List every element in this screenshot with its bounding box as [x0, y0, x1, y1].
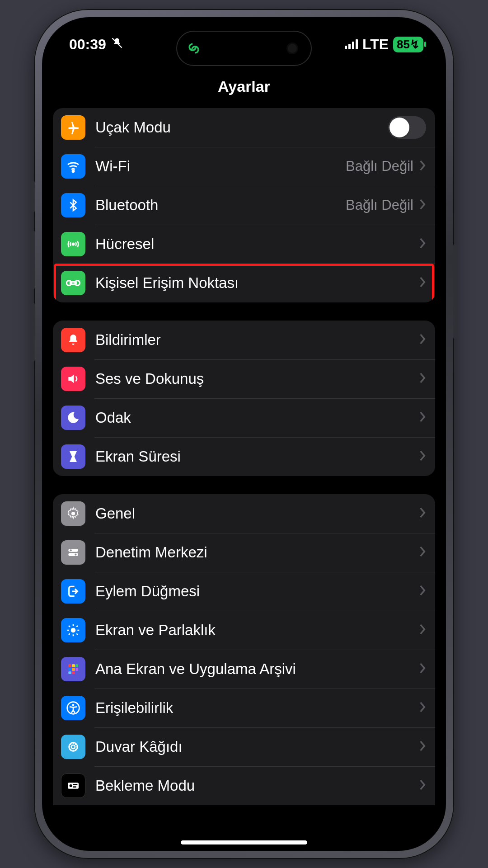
- row-bluetooth[interactable]: Bluetooth Bağlı Değil: [53, 186, 435, 225]
- row-wallpaper[interactable]: Duvar Kâğıdı: [53, 727, 435, 766]
- status-time: 00:39: [69, 36, 106, 53]
- chevron-right-icon: [419, 237, 426, 251]
- chevron-right-icon: [419, 276, 426, 290]
- row-label: Bekleme Modu: [95, 777, 413, 794]
- svg-rect-10: [72, 664, 75, 667]
- svg-point-7: [75, 554, 76, 556]
- airplane-icon: [61, 115, 85, 140]
- row-label: Bluetooth: [95, 197, 341, 214]
- page-title: Ayarlar: [42, 71, 446, 105]
- chevron-right-icon: [419, 779, 426, 793]
- svg-rect-4: [68, 549, 78, 552]
- row-label: Ekran ve Parlaklık: [95, 622, 413, 639]
- row-focus[interactable]: Odak: [53, 398, 435, 437]
- row-accessibility[interactable]: Erişilebilirlik: [53, 689, 435, 727]
- row-sounds[interactable]: Ses ve Dokunuş: [53, 359, 435, 398]
- svg-rect-11: [75, 664, 78, 667]
- action-button-icon: [61, 579, 85, 604]
- hotspot-icon: [61, 271, 85, 295]
- side-button: [31, 303, 35, 362]
- wallpaper-icon: [61, 735, 85, 759]
- svg-point-22: [70, 784, 72, 787]
- svg-rect-16: [72, 671, 75, 674]
- chevron-right-icon: [419, 160, 426, 173]
- row-display-brightness[interactable]: Ekran ve Parlaklık: [53, 611, 435, 650]
- chevron-right-icon: [419, 333, 426, 347]
- settings-group-notifications: Bildirimler Ses ve Dokunuş Odak: [53, 321, 435, 476]
- chevron-right-icon: [419, 411, 426, 425]
- svg-point-18: [72, 704, 75, 706]
- chevron-right-icon: [419, 372, 426, 386]
- svg-point-3: [71, 512, 75, 515]
- chevron-right-icon: [419, 623, 426, 637]
- svg-rect-13: [72, 668, 75, 671]
- row-label: Genel: [95, 505, 413, 522]
- screen-time-icon: [61, 444, 85, 469]
- cellular-icon: [61, 232, 85, 256]
- screen: 00:39 LTE 85↯ Ayarlar: [42, 17, 446, 851]
- battery-indicator: 85↯: [393, 37, 423, 52]
- svg-rect-15: [68, 671, 71, 674]
- row-detail: Bağlı Değil: [346, 197, 413, 213]
- row-label: Hücresel: [95, 236, 413, 253]
- svg-point-1: [72, 243, 74, 245]
- row-general[interactable]: Genel: [53, 494, 435, 533]
- svg-rect-5: [68, 553, 78, 556]
- chevron-right-icon: [419, 198, 426, 212]
- svg-rect-12: [68, 668, 71, 671]
- chevron-right-icon: [419, 450, 426, 463]
- camera-dot: [286, 42, 298, 54]
- gear-icon: [61, 501, 85, 526]
- notifications-icon: [61, 328, 85, 352]
- row-label: Wi-Fi: [95, 158, 341, 175]
- airplane-toggle[interactable]: [388, 116, 426, 139]
- chevron-right-icon: [419, 585, 426, 598]
- row-label: Duvar Kâğıdı: [95, 738, 413, 755]
- row-personal-hotspot[interactable]: Kişisel Erişim Noktası: [53, 264, 435, 302]
- svg-point-0: [72, 170, 74, 172]
- row-control-center[interactable]: Denetim Merkezi: [53, 533, 435, 572]
- chevron-right-icon: [419, 740, 426, 754]
- activity-icon: [186, 41, 202, 56]
- dynamic-island[interactable]: [176, 31, 312, 66]
- svg-point-20: [71, 745, 75, 749]
- row-detail: Bağlı Değil: [346, 158, 413, 175]
- control-center-icon: [61, 540, 85, 565]
- side-button: [453, 244, 457, 339]
- row-screen-time[interactable]: Ekran Süresi: [53, 437, 435, 476]
- row-notifications[interactable]: Bildirimler: [53, 321, 435, 359]
- svg-rect-23: [73, 784, 77, 785]
- settings-group-connectivity: Uçak Modu Wi-Fi Bağlı Değil Bluetooth: [53, 108, 435, 302]
- bluetooth-icon: [61, 193, 85, 217]
- row-airplane-mode[interactable]: Uçak Modu: [53, 108, 435, 147]
- row-label: Odak: [95, 409, 413, 426]
- network-label: LTE: [362, 36, 389, 53]
- phone-frame: 00:39 LTE 85↯ Ayarlar: [34, 9, 454, 859]
- silent-icon: [111, 36, 123, 53]
- svg-rect-14: [75, 668, 78, 671]
- row-label: Erişilebilirlik: [95, 699, 413, 717]
- svg-rect-24: [73, 786, 76, 788]
- focus-icon: [61, 406, 85, 430]
- chevron-right-icon: [419, 507, 426, 520]
- standby-icon: [61, 774, 85, 798]
- accessibility-icon: [61, 696, 85, 720]
- row-label: Bildirimler: [95, 331, 413, 349]
- home-indicator[interactable]: [181, 840, 307, 844]
- row-label: Eylem Düğmesi: [95, 583, 413, 600]
- row-home-screen[interactable]: Ana Ekran ve Uygulama Arşivi: [53, 650, 435, 689]
- row-label: Ana Ekran ve Uygulama Arşivi: [95, 660, 413, 678]
- chevron-right-icon: [419, 662, 426, 676]
- chevron-right-icon: [419, 701, 426, 715]
- row-standby[interactable]: Bekleme Modu: [53, 766, 435, 805]
- side-button: [31, 231, 35, 289]
- row-cellular[interactable]: Hücresel: [53, 225, 435, 264]
- chevron-right-icon: [419, 546, 426, 559]
- svg-rect-9: [68, 664, 71, 667]
- row-wifi[interactable]: Wi-Fi Bağlı Değil: [53, 147, 435, 186]
- svg-point-6: [70, 549, 72, 551]
- row-label: Denetim Merkezi: [95, 544, 413, 561]
- home-screen-icon: [61, 657, 85, 681]
- sounds-icon: [61, 367, 85, 391]
- row-action-button[interactable]: Eylem Düğmesi: [53, 572, 435, 611]
